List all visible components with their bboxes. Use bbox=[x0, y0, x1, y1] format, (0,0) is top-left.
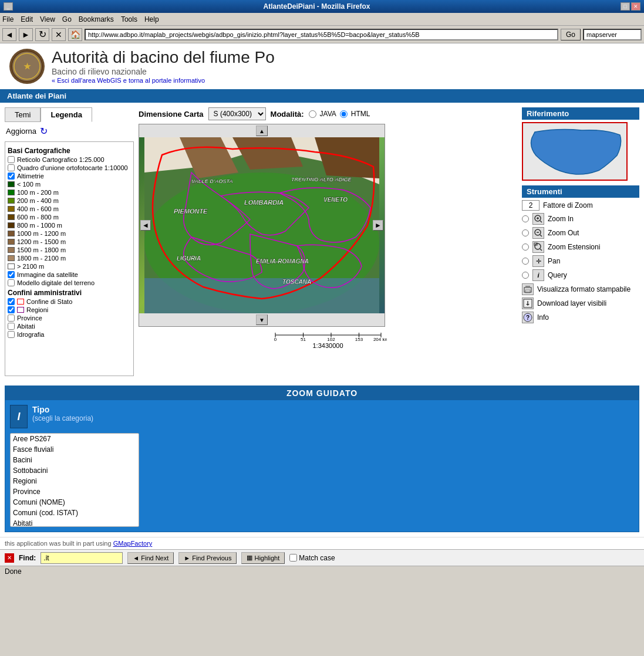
scale-svg: 0 51 102 153 204 km bbox=[269, 329, 387, 341]
layer-reticolo-check[interactable] bbox=[8, 156, 15, 163]
cat-regioni: Regioni bbox=[11, 476, 139, 486]
cat-bacini: Bacini bbox=[11, 455, 139, 465]
exit-link[interactable]: « Esci dall'area WebGIS e torna al porta… bbox=[52, 77, 205, 84]
alt-1200: 1000 m - 1200 m bbox=[8, 230, 131, 237]
footer-link[interactable]: GMapFactory bbox=[113, 540, 153, 547]
svg-rect-6 bbox=[144, 278, 379, 313]
modalita-html-label: HTML bbox=[351, 110, 370, 118]
alt-800-color bbox=[8, 214, 15, 220]
layer-satellite-check[interactable] bbox=[8, 271, 15, 278]
tool-pan-radio[interactable] bbox=[522, 258, 529, 265]
aggiorna-btn[interactable]: Aggiorna bbox=[6, 127, 36, 136]
window-title: AtlanteDeiPiani - Mozilla Firefox bbox=[13, 2, 621, 11]
tool-zoom-in-radio[interactable] bbox=[522, 215, 529, 222]
tool-download[interactable]: Download layer visibili bbox=[522, 297, 639, 309]
category-select[interactable]: Aree PS267 Fasce fluviali Bacini Sottoba… bbox=[10, 433, 139, 527]
tool-zoom-out[interactable]: Zoom Out bbox=[522, 227, 639, 239]
reload-btn[interactable]: ↻ bbox=[35, 28, 49, 41]
pan-label: Pan bbox=[548, 257, 560, 265]
match-case-label[interactable]: Match case bbox=[289, 554, 335, 562]
map-image-area[interactable]: VALLE D'AOSTA PIEMONTE LOMBARDIA TRENTIN… bbox=[139, 137, 385, 313]
tool-info[interactable]: ? Info bbox=[522, 312, 639, 323]
address-bar[interactable] bbox=[85, 29, 558, 40]
pan-icon: ✛ bbox=[532, 255, 544, 267]
tool-zoom-ext-radio[interactable] bbox=[522, 244, 529, 251]
menu-go[interactable]: Go bbox=[62, 15, 72, 23]
tool-zoom-ext[interactable]: Zoom Estensioni bbox=[522, 241, 639, 253]
svg-text:?: ? bbox=[526, 315, 530, 321]
layer-regioni-check[interactable] bbox=[8, 306, 15, 313]
map-nav-left[interactable]: ◄ bbox=[140, 220, 151, 231]
find-label: Find: bbox=[19, 554, 36, 562]
refresh-icon[interactable]: ↻ bbox=[40, 126, 48, 137]
modalita-html-radio[interactable] bbox=[340, 110, 348, 118]
back-btn[interactable]: ◄ bbox=[2, 28, 16, 41]
menu-edit[interactable]: Edit bbox=[21, 15, 33, 23]
minimize-btn[interactable]: _ bbox=[4, 2, 13, 11]
alt-600: 400 m - 600 m bbox=[8, 205, 131, 212]
strumenti-title: Strumenti bbox=[522, 185, 639, 198]
zoom-out-label: Zoom Out bbox=[548, 229, 579, 237]
forward-btn[interactable]: ► bbox=[19, 28, 33, 41]
map-nav-up[interactable]: ▲ bbox=[256, 126, 268, 136]
menu-help[interactable]: Help bbox=[144, 15, 159, 23]
layer-province-check[interactable] bbox=[8, 315, 15, 322]
find-bar: ✕ Find: ◄ Find Next ► Find Previous ▦ Hi… bbox=[0, 549, 644, 566]
highlight-btn[interactable]: ▦ Highlight bbox=[241, 552, 285, 564]
layer-idrografia-label: Idrografia bbox=[17, 331, 44, 338]
tipo-header: I Tipo (scegli la categoria) bbox=[10, 405, 634, 428]
tipo-sub: (scegli la categoria) bbox=[32, 414, 93, 422]
alt-100-color bbox=[8, 181, 15, 187]
home-btn[interactable]: 🏠 bbox=[68, 28, 82, 41]
search-input[interactable] bbox=[583, 29, 642, 40]
menu-bookmarks[interactable]: Bookmarks bbox=[79, 15, 114, 23]
layers-panel[interactable]: Basi Cartografiche Reticolo Cartografico… bbox=[5, 141, 134, 376]
tool-zoom-out-radio[interactable] bbox=[522, 229, 529, 236]
map-nav-down[interactable]: ▼ bbox=[256, 315, 268, 325]
tab-legenda[interactable]: Legenda bbox=[41, 107, 92, 122]
tool-print[interactable]: Visualizza formato stampabile bbox=[522, 283, 639, 295]
print-label: Visualizza formato stampabile bbox=[537, 285, 630, 293]
alt-600-label: 400 m - 600 m bbox=[17, 205, 59, 212]
layer-reticolo-label: Reticolo Cartografico 1:25.000 bbox=[17, 156, 104, 163]
layer-idrografia-check[interactable] bbox=[8, 331, 15, 338]
layer-quadro-check[interactable] bbox=[8, 164, 15, 171]
find-prev-btn[interactable]: ► Find Previous bbox=[178, 552, 237, 564]
tool-query[interactable]: i Query bbox=[522, 269, 639, 281]
menu-view[interactable]: View bbox=[40, 15, 55, 23]
main-layout: Temi Legenda Aggiorna ↻ Basi Cartografic… bbox=[0, 103, 644, 381]
match-case-check[interactable] bbox=[289, 554, 297, 562]
find-next-btn[interactable]: ◄ Find Next bbox=[127, 552, 174, 564]
map-nav-right[interactable]: ► bbox=[373, 220, 383, 231]
map-container: ▲ bbox=[139, 124, 385, 327]
layer-confine-stato-check[interactable] bbox=[8, 298, 15, 305]
zoom-factor-input[interactable] bbox=[522, 200, 540, 211]
find-close-btn[interactable]: ✕ bbox=[5, 553, 14, 563]
layer-abitati-check[interactable] bbox=[8, 323, 15, 330]
query-icon: i bbox=[532, 269, 544, 281]
stop-btn[interactable]: ✕ bbox=[52, 28, 66, 41]
layer-altimetrie: Altimetrie bbox=[8, 173, 131, 180]
go-button[interactable]: Go bbox=[561, 29, 581, 40]
dim-carta-select[interactable]: S (400x300) M (500x375) L (600x450) bbox=[208, 107, 266, 120]
find-input[interactable] bbox=[41, 552, 123, 564]
menu-file[interactable]: File bbox=[2, 15, 14, 23]
tool-zoom-in[interactable]: Zoom In bbox=[522, 213, 639, 225]
status-text: Done bbox=[5, 567, 22, 576]
section-basi: Basi Cartografiche bbox=[8, 147, 131, 155]
modalita-java-radio[interactable] bbox=[309, 110, 316, 118]
nav-bar: Atlante dei Piani bbox=[0, 89, 644, 103]
menu-tools[interactable]: Tools bbox=[121, 15, 137, 23]
layer-dem-check[interactable] bbox=[8, 279, 15, 286]
alt-2100-color bbox=[8, 255, 15, 261]
alt-800-label: 600 m - 800 m bbox=[17, 214, 59, 221]
ref-map[interactable] bbox=[522, 122, 628, 181]
tool-pan[interactable]: ✛ Pan bbox=[522, 255, 639, 267]
close-btn[interactable]: ✕ bbox=[631, 2, 640, 11]
map-svg: VALLE D'AOSTA PIEMONTE LOMBARDIA TRENTIN… bbox=[139, 137, 385, 313]
restore-btn[interactable]: □ bbox=[621, 2, 630, 11]
layer-altimetrie-check[interactable] bbox=[8, 173, 15, 180]
tool-query-radio[interactable] bbox=[522, 272, 529, 279]
tab-temi[interactable]: Temi bbox=[5, 107, 41, 122]
alt-1000-label: 800 m - 1000 m bbox=[17, 222, 62, 229]
